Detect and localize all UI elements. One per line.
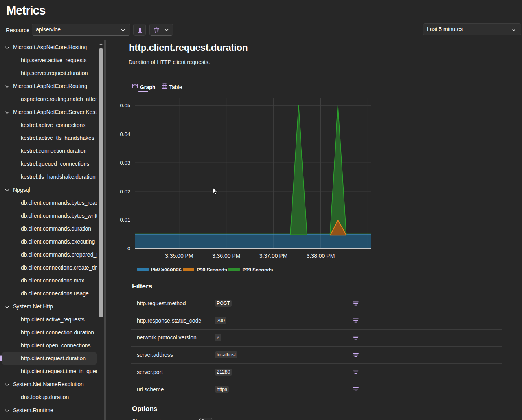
svg-text:0: 0 [127,246,130,251]
svg-text:0.02: 0.02 [120,189,130,194]
svg-text:0.04: 0.04 [120,131,130,137]
svg-text:3:35:00 PM: 3:35:00 PM [165,253,193,259]
svg-text:P50 Seconds: P50 Seconds [151,266,182,272]
svg-text:P99 Seconds: P99 Seconds [243,267,273,273]
svg-text:0.05: 0.05 [120,103,130,108]
svg-text:3:38:00 PM: 3:38:00 PM [307,253,335,259]
svg-text:3:36:00 PM: 3:36:00 PM [212,253,241,259]
svg-text:0.01: 0.01 [120,217,130,223]
svg-text:P90 Seconds: P90 Seconds [197,267,227,273]
svg-text:0.03: 0.03 [120,160,130,166]
svg-text:3:37:00 PM: 3:37:00 PM [259,253,288,259]
